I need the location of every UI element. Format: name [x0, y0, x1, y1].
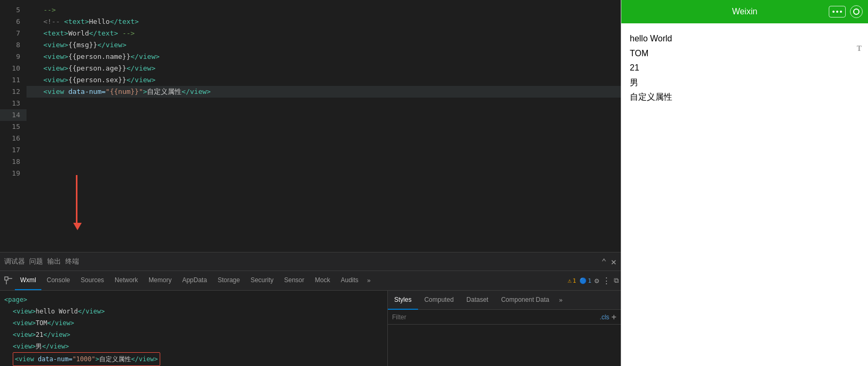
wxml-line-4: <view>男</view>	[4, 341, 383, 352]
preview-content: hello World TOM 21 男 自定义属性 T	[621, 23, 868, 366]
tab-dataset[interactable]: Dataset	[460, 291, 494, 310]
preview-area: Weixin hello World TOM 21 男 自定义属性 T	[621, 0, 868, 366]
cls-button[interactable]: .cls	[600, 313, 609, 321]
code-line-14-active: <view data-num="{{num}}">自定义属性</view>	[27, 86, 621, 98]
header-record-button[interactable]	[850, 5, 863, 18]
tab-wxml[interactable]: Wxml	[15, 271, 41, 290]
devtools-element-picker[interactable]	[2, 271, 15, 290]
code-line-11: <view>{{msg}}</view>	[27, 39, 621, 51]
filter-input[interactable]	[392, 313, 600, 321]
wxml-tree: <page> <view>hello World</view> <view>TO…	[0, 291, 387, 366]
preview-t-indicator: T	[857, 45, 862, 53]
devtools-toolbar: 调试器 问题 输出 终端 ⌃ ×	[0, 252, 621, 271]
preview-text-1: hello World	[630, 32, 860, 46]
line-numbers: 5 6 7 8 9 10 11 12 13 14 15 16 17 18 19	[0, 0, 27, 252]
tab-mock[interactable]: Mock	[310, 271, 336, 290]
preview-text-2: TOM	[630, 47, 860, 60]
tab-badges: ⚠ 1 🔵 1 ⚙ ⋮ ⧉	[568, 276, 619, 286]
devtools-expand-icon[interactable]: ⧉	[614, 276, 619, 285]
preview-title: Weixin	[732, 7, 758, 16]
styles-tab-more[interactable]: »	[555, 297, 566, 304]
tab-styles[interactable]: Styles	[388, 291, 418, 310]
tab-console[interactable]: Console	[41, 271, 75, 290]
preview-text-4: 男	[630, 76, 860, 90]
tab-output[interactable]: 输出	[47, 257, 61, 266]
devtools-content: <page> <view>hello World</view> <view>TO…	[0, 291, 621, 366]
code-line-9: <text>World</text> -->	[27, 28, 621, 39]
tab-storage[interactable]: Storage	[212, 271, 245, 290]
wxml-line-3: <view>21</view>	[4, 329, 383, 341]
code-line-13: <view>{{person.age}}</view>	[27, 63, 621, 74]
preview-text-5: 自定义属性	[630, 90, 860, 104]
code-line-12: <view>{{person.name}}</view>	[27, 51, 621, 63]
devtools-close-btn[interactable]: ×	[611, 256, 617, 267]
filter-bar: .cls +	[388, 310, 621, 325]
tab-security[interactable]: Security	[245, 271, 279, 290]
tab-computed[interactable]: Computed	[418, 291, 460, 310]
tab-appdata[interactable]: AppData	[177, 271, 212, 290]
styles-content	[388, 325, 621, 366]
devtools-maximize-btn[interactable]: ⌃	[602, 257, 607, 267]
tab-audits[interactable]: Audits	[335, 271, 363, 290]
wxml-line-page-open: <page>	[4, 294, 383, 306]
tab-network[interactable]: Network	[109, 271, 143, 290]
code-line-8: <!-- <text>Hello</text>	[27, 16, 621, 28]
settings-icon[interactable]: ⚙	[595, 276, 599, 285]
wxml-line-2: <view>TOM</view>	[4, 317, 383, 329]
tab-more-btn[interactable]: »	[364, 271, 374, 290]
preview-text-3: 21	[630, 61, 860, 75]
warning-badge: ⚠ 1	[568, 277, 576, 284]
tab-memory[interactable]: Memory	[143, 271, 177, 290]
tab-sensor[interactable]: Sensor	[279, 271, 310, 290]
styles-panel: Styles Computed Dataset Component Data »…	[387, 291, 621, 366]
code-line-14-highlight: <view>{{person.sex}}</view>	[27, 74, 621, 86]
devtools-tab-bar: Wxml Console Sources Network Memory AppD…	[0, 271, 621, 291]
error-badge: 🔵 1	[579, 277, 592, 284]
more-options-icon[interactable]: ⋮	[602, 276, 611, 286]
tab-component-data[interactable]: Component Data	[494, 291, 555, 310]
header-dots-button[interactable]	[829, 6, 846, 18]
code-line-6: -->	[27, 4, 621, 16]
tab-issues[interactable]: 问题	[29, 257, 43, 266]
svg-rect-0	[5, 277, 8, 280]
add-style-button[interactable]: +	[611, 312, 617, 322]
styles-tab-bar: Styles Computed Dataset Component Data »	[388, 291, 621, 310]
code-content: --> <!-- <text>Hello</text> <text>World<…	[27, 0, 621, 252]
tab-sources[interactable]: Sources	[75, 271, 109, 290]
wxml-line-1: <view>hello World</view>	[4, 306, 383, 317]
tab-terminal[interactable]: 终端	[65, 257, 79, 266]
header-icons	[829, 5, 863, 18]
tab-debugger[interactable]: 调试器	[4, 257, 25, 266]
preview-header: Weixin	[621, 0, 868, 23]
wxml-line-5-selected[interactable]: <view data-num="1000">自定义属性</view>	[4, 352, 383, 366]
